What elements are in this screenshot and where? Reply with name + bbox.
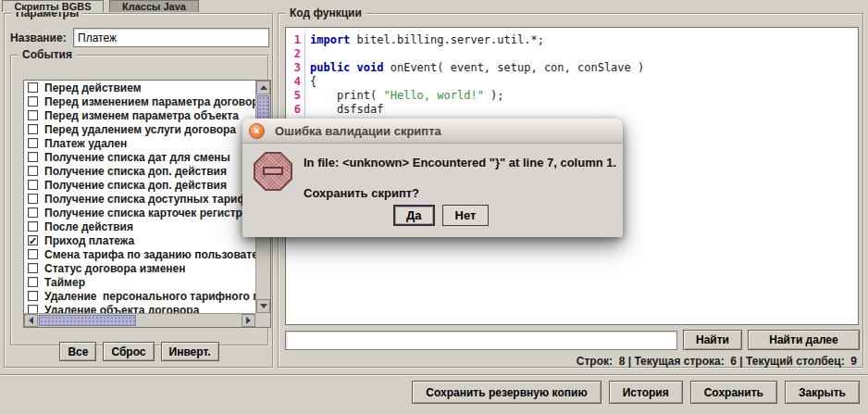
event-checkbox[interactable] bbox=[28, 166, 38, 176]
select-all-button[interactable]: Все bbox=[59, 342, 96, 361]
event-checkbox[interactable] bbox=[28, 221, 38, 232]
horizontal-scroll-thumb[interactable] bbox=[39, 315, 136, 326]
event-row[interactable]: После действия bbox=[24, 220, 255, 233]
scroll-up-button[interactable] bbox=[256, 81, 270, 94]
event-label: Получение списка карточек регистрации bbox=[44, 207, 255, 220]
stop-error-icon-fill bbox=[255, 154, 291, 189]
dialog-close-icon[interactable]: × bbox=[249, 123, 265, 139]
event-label: Перед изменением параметра договора bbox=[44, 95, 255, 108]
event-label: Получение списка доп. действия bbox=[44, 165, 227, 178]
event-checkbox[interactable] bbox=[28, 277, 38, 287]
event-row[interactable]: Смена тарифа по заданию пользователя bbox=[24, 247, 255, 261]
event-label: Удаление персонального тарифного плана bbox=[44, 290, 255, 303]
code-text: print( "Hello, world!" ); bbox=[305, 89, 504, 103]
search-input[interactable] bbox=[285, 331, 677, 350]
event-checkbox[interactable] bbox=[28, 124, 38, 134]
event-row[interactable]: Статус договора изменен bbox=[24, 261, 255, 275]
event-label: Перед действием bbox=[44, 82, 142, 94]
dialog-error-message: In file: <unknown> Encountered "}" at li… bbox=[304, 156, 616, 169]
scrollbar-corner bbox=[255, 313, 270, 327]
function-code-title: Код функции bbox=[286, 6, 366, 19]
event-label: После действия bbox=[44, 220, 133, 233]
event-row[interactable]: Удаление объекта договора bbox=[24, 303, 255, 313]
code-lines: 1import bitel.billing.server.util.*;23pu… bbox=[286, 33, 858, 117]
find-next-button[interactable]: Найти далее bbox=[748, 330, 860, 350]
event-label: Перед изменем параметра объекта bbox=[44, 109, 239, 122]
code-line: 6 dsfsdaf bbox=[286, 103, 858, 117]
event-checkbox[interactable] bbox=[28, 305, 38, 313]
history-button[interactable]: История bbox=[609, 381, 683, 404]
events-horizontal-scrollbar[interactable] bbox=[24, 313, 255, 327]
code-line: 1import bitel.billing.server.util.*; bbox=[286, 33, 858, 47]
event-checkbox[interactable] bbox=[28, 291, 38, 301]
invert-button[interactable]: Инверт. bbox=[161, 342, 219, 361]
arrow-down-icon bbox=[260, 304, 267, 308]
footer-separator bbox=[0, 374, 868, 376]
event-row[interactable]: Получение списка карточек регистрации bbox=[24, 206, 255, 220]
event-checkbox[interactable] bbox=[28, 194, 38, 204]
save-button[interactable]: Сохранить bbox=[690, 381, 777, 404]
editor-status-bar: Строк: 8 | Текущая строка: 6 | Текущий с… bbox=[577, 355, 857, 368]
event-row[interactable]: Перед действием bbox=[24, 81, 255, 94]
dialog-yes-button[interactable]: Да bbox=[393, 205, 435, 226]
event-checkbox[interactable] bbox=[28, 152, 38, 162]
event-row[interactable]: Перед изменением параметра договора bbox=[24, 94, 255, 108]
event-row[interactable]: Получение списка доп. действия bbox=[24, 178, 255, 192]
code-line: 4{ bbox=[286, 75, 858, 89]
line-number: 4 bbox=[286, 75, 305, 89]
line-number: 1 bbox=[286, 33, 305, 47]
tab-label: Скрипты BGBS bbox=[14, 1, 91, 12]
event-row[interactable]: Удаление персонального тарифного плана bbox=[24, 289, 255, 303]
tab-scripts-bgbs[interactable]: Скрипты BGBS bbox=[2, 0, 104, 12]
scroll-right-button[interactable] bbox=[242, 314, 255, 327]
event-checkbox[interactable] bbox=[28, 138, 38, 148]
event-row[interactable]: Перед изменем параметра объекта bbox=[24, 108, 255, 122]
reset-button[interactable]: Сброс bbox=[103, 342, 154, 361]
event-checkbox[interactable] bbox=[28, 110, 38, 120]
name-label: Название: bbox=[10, 31, 67, 44]
event-checkbox[interactable] bbox=[28, 180, 38, 190]
code-text: dsfsdaf bbox=[305, 103, 383, 117]
event-checkbox[interactable] bbox=[28, 207, 38, 218]
event-row[interactable]: Получение списка доп. действия bbox=[24, 164, 255, 178]
dialog-no-button[interactable]: Нет bbox=[442, 205, 490, 226]
stop-error-icon-bar bbox=[263, 167, 283, 175]
event-checkbox[interactable] bbox=[28, 263, 38, 273]
event-label: Удаление объекта договора bbox=[44, 304, 199, 314]
event-checkbox[interactable] bbox=[28, 96, 38, 107]
dialog-question: Сохранить скрипт? bbox=[304, 186, 419, 200]
dialog-buttons: Да Нет bbox=[393, 205, 489, 226]
save-backup-button[interactable]: Сохранить резервную копию bbox=[412, 381, 601, 404]
event-label: Получение списка доступных тарифов bbox=[44, 193, 255, 206]
close-button[interactable]: Закрыть bbox=[785, 381, 860, 404]
event-row[interactable]: Получение списка дат для смены bbox=[24, 150, 255, 164]
event-row[interactable]: Перед удалением услуги договора bbox=[24, 122, 255, 136]
app-window: Скрипты BGBS Классы Java Параметры Назва… bbox=[0, 0, 868, 414]
event-label: Приход платежа bbox=[44, 234, 134, 247]
tab-label: Классы Java bbox=[122, 1, 186, 12]
event-row[interactable]: Платеж удален bbox=[24, 136, 255, 150]
event-row[interactable]: ✓Приход платежа bbox=[24, 233, 255, 247]
scroll-down-button[interactable] bbox=[256, 299, 270, 313]
event-label: Таймер bbox=[44, 276, 85, 289]
event-checkbox[interactable] bbox=[28, 82, 38, 93]
event-row[interactable]: Таймер bbox=[24, 275, 255, 289]
event-label: Смена тарифа по заданию пользователя bbox=[44, 248, 255, 261]
code-line: 3public void onEvent( event, setup, con,… bbox=[286, 61, 858, 75]
script-name-input[interactable] bbox=[73, 28, 269, 47]
scroll-left-button[interactable] bbox=[24, 314, 38, 327]
arrow-up-icon bbox=[260, 85, 267, 90]
events-group: События Перед действиемПеред изменением … bbox=[10, 55, 268, 345]
tab-classes-java[interactable]: Классы Java bbox=[109, 0, 199, 12]
dialog-titlebar[interactable]: × Ошибка валидации скрипта bbox=[242, 119, 623, 144]
event-checkbox[interactable] bbox=[28, 249, 38, 259]
find-button[interactable]: Найти bbox=[683, 330, 742, 350]
events-list: Перед действиемПеред изменением параметр… bbox=[24, 81, 255, 313]
stop-error-icon bbox=[254, 152, 292, 191]
event-row[interactable]: Получение списка доступных тарифов bbox=[24, 192, 255, 206]
event-label: Статус договора изменен bbox=[44, 262, 186, 275]
event-label: Получение списка дат для смены bbox=[44, 151, 230, 164]
code-text: import bitel.billing.server.util.*; bbox=[305, 33, 544, 47]
event-checkbox[interactable]: ✓ bbox=[28, 235, 38, 245]
event-label: Получение списка доп. действия bbox=[44, 179, 227, 192]
